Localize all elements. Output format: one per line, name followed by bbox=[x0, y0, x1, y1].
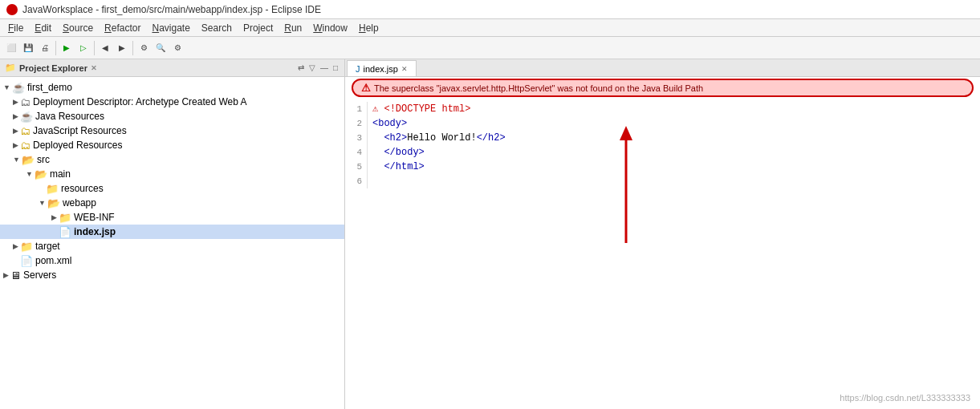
tree-item-deployed-resources[interactable]: ▶ 🗂 Deployed Resources bbox=[0, 138, 344, 152]
arrow-webinf: ▶ bbox=[51, 213, 57, 221]
menu-search[interactable]: Search bbox=[197, 21, 237, 35]
js-resources-icon: 🗂 bbox=[20, 125, 30, 137]
main-layout: 📁 Project Explorer ✕ ⇄ ▽ — □ ▼ ☕ first_d… bbox=[0, 59, 980, 409]
error-region: ⚠ The superclass "javax.servlet.http.Htt… bbox=[345, 77, 980, 99]
src-icon: 📂 bbox=[22, 154, 35, 166]
project-explorer-title: 📁 Project Explorer ✕ bbox=[5, 63, 97, 73]
menu-file[interactable]: File bbox=[3, 21, 28, 35]
arrow-deployment: ▶ bbox=[13, 98, 18, 106]
tree-item-target[interactable]: ▶ 📁 target bbox=[0, 239, 344, 253]
tree-item-servers[interactable]: ▶ 🖥 Servers bbox=[0, 268, 344, 282]
tab-jsp-icon: J bbox=[356, 64, 360, 74]
line-num-2: 2 bbox=[345, 116, 368, 131]
arrow-first-demo: ▼ bbox=[3, 83, 10, 91]
tree-item-js-resources[interactable]: ▶ 🗂 JavaScript Resources bbox=[0, 124, 344, 138]
menu-navigate[interactable]: Navigate bbox=[147, 21, 194, 35]
menu-window[interactable]: Window bbox=[308, 21, 352, 35]
deployment-icon: 🗂 bbox=[20, 96, 30, 108]
line-num-1: 1 bbox=[345, 102, 368, 116]
main-label: main bbox=[50, 168, 71, 180]
code-line-6: 6 bbox=[345, 174, 980, 188]
project-icon: ☕ bbox=[12, 82, 25, 94]
webapp-icon: 📂 bbox=[47, 197, 60, 209]
webinf-icon: 📁 bbox=[59, 212, 71, 224]
toolbar-sep-1 bbox=[55, 41, 56, 55]
line-content-1: ⚠ <!DOCTYPE html> bbox=[372, 102, 470, 116]
toolbar-run-btn[interactable]: ▶ bbox=[59, 40, 75, 56]
tree-item-webinf[interactable]: ▶ 📁 WEB-INF bbox=[0, 210, 344, 225]
java-resources-icon: ☕ bbox=[20, 111, 33, 123]
resources-icon: 📁 bbox=[46, 183, 59, 195]
editor-panel: J index.jsp ✕ ⚠ The superclass "javax.se… bbox=[345, 59, 980, 409]
toolbar-forward-btn[interactable]: ▶ bbox=[114, 40, 130, 56]
arrow-servers: ▶ bbox=[3, 271, 9, 279]
project-explorer-label: Project Explorer bbox=[19, 63, 87, 73]
toolbar-print-btn[interactable]: 🖨 bbox=[37, 40, 53, 56]
servers-icon: 🖥 bbox=[10, 269, 21, 281]
code-line-4: 4 </body> bbox=[345, 145, 980, 160]
java-resources-label: Java Resources bbox=[35, 111, 104, 122]
collapse-btn[interactable]: ▽ bbox=[307, 63, 317, 72]
tree-item-index-jsp[interactable]: ▶ 📄 index.jsp bbox=[0, 225, 344, 239]
webinf-label: WEB-INF bbox=[74, 212, 115, 223]
tree-item-pom-xml[interactable]: ▶ 📄 pom.xml bbox=[0, 253, 344, 268]
explorer-badge: ✕ bbox=[91, 64, 97, 72]
code-line-5: 5 </html> bbox=[345, 160, 980, 174]
resources-label: resources bbox=[61, 183, 104, 194]
menu-help[interactable]: Help bbox=[354, 21, 384, 35]
tree-item-java-resources[interactable]: ▶ ☕ Java Resources bbox=[0, 109, 344, 124]
menu-source[interactable]: Source bbox=[58, 21, 98, 35]
maximize-btn[interactable]: □ bbox=[331, 63, 340, 72]
error-bar: ⚠ The superclass "javax.servlet.http.Htt… bbox=[352, 79, 974, 97]
target-icon: 📁 bbox=[20, 241, 33, 253]
target-label: target bbox=[35, 241, 60, 252]
src-label: src bbox=[37, 154, 50, 165]
sync-btn[interactable]: ⇄ bbox=[296, 63, 306, 72]
watermark: https://blog.csdn.net/L333333333 bbox=[840, 393, 970, 403]
tree-item-main[interactable]: ▼ 📂 main bbox=[0, 167, 344, 181]
tree-item-deployment[interactable]: ▶ 🗂 Deployment Descriptor: Archetype Cre… bbox=[0, 95, 344, 109]
js-resources-label: JavaScript Resources bbox=[33, 125, 127, 136]
toolbar-back-btn[interactable]: ◀ bbox=[97, 40, 113, 56]
main-icon: 📂 bbox=[35, 168, 47, 180]
tree-item-first-demo[interactable]: ▼ ☕ first_demo bbox=[0, 80, 344, 95]
arrow-main: ▼ bbox=[26, 170, 33, 178]
menu-project[interactable]: Project bbox=[238, 21, 278, 35]
toolbar-save-btn[interactable]: 💾 bbox=[20, 40, 36, 56]
tree-item-resources[interactable]: ▶ 📁 resources bbox=[0, 181, 344, 196]
menu-run[interactable]: Run bbox=[279, 21, 307, 35]
toolbar-debug-btn[interactable]: ▷ bbox=[75, 40, 91, 56]
index-jsp-label: index.jsp bbox=[74, 226, 116, 237]
tree-item-src[interactable]: ▼ 📂 src bbox=[0, 152, 344, 167]
title-bar: JavaWorksplace - first_demo/src/main/web… bbox=[0, 0, 980, 19]
toolbar: ⬜ 💾 🖨 ▶ ▷ ◀ ▶ ⚙ 🔍 ⚙ bbox=[0, 37, 980, 59]
code-line-1: 1 ⚠ <!DOCTYPE html> bbox=[345, 102, 980, 116]
menu-refactor[interactable]: Refactor bbox=[100, 21, 145, 35]
menu-bar: File Edit Source Refactor Navigate Searc… bbox=[0, 19, 980, 37]
editor-tab-index-jsp[interactable]: J index.jsp ✕ bbox=[347, 60, 417, 76]
project-explorer-panel: 📁 Project Explorer ✕ ⇄ ▽ — □ ▼ ☕ first_d… bbox=[0, 59, 345, 409]
webapp-label: webapp bbox=[63, 197, 96, 209]
line-num-3: 3 bbox=[345, 131, 368, 145]
minimize-btn[interactable]: — bbox=[319, 63, 330, 72]
servers-label: Servers bbox=[23, 269, 56, 281]
jsp-icon: 📄 bbox=[59, 226, 71, 238]
line-num-5: 5 bbox=[345, 160, 368, 174]
code-line-3: 3 <h2>Hello World!</h2> bbox=[345, 131, 980, 145]
toolbar-build-btn[interactable]: ⚙ bbox=[136, 40, 152, 56]
line-content-2: <body> bbox=[372, 116, 407, 131]
pom-xml-label: pom.xml bbox=[35, 255, 71, 266]
line-content-3: <h2>Hello World!</h2> bbox=[372, 131, 506, 145]
menu-edit[interactable]: Edit bbox=[30, 21, 56, 35]
toolbar-search-btn[interactable]: 🔍 bbox=[152, 40, 169, 56]
arrow-target: ▶ bbox=[13, 242, 18, 250]
tree-item-webapp[interactable]: ▼ 📂 webapp bbox=[0, 196, 344, 210]
toolbar-settings-btn[interactable]: ⚙ bbox=[169, 40, 185, 56]
arrow-java: ▶ bbox=[13, 112, 18, 120]
tab-close-btn[interactable]: ✕ bbox=[401, 65, 408, 73]
arrow-deployed: ▶ bbox=[13, 141, 18, 149]
code-editor[interactable]: 1 ⚠ <!DOCTYPE html> 2 <body> 3 <h2>Hello… bbox=[345, 99, 980, 409]
toolbar-new-btn[interactable]: ⬜ bbox=[3, 40, 19, 56]
eclipse-icon bbox=[6, 4, 18, 15]
error-icon: ⚠ bbox=[361, 82, 371, 94]
